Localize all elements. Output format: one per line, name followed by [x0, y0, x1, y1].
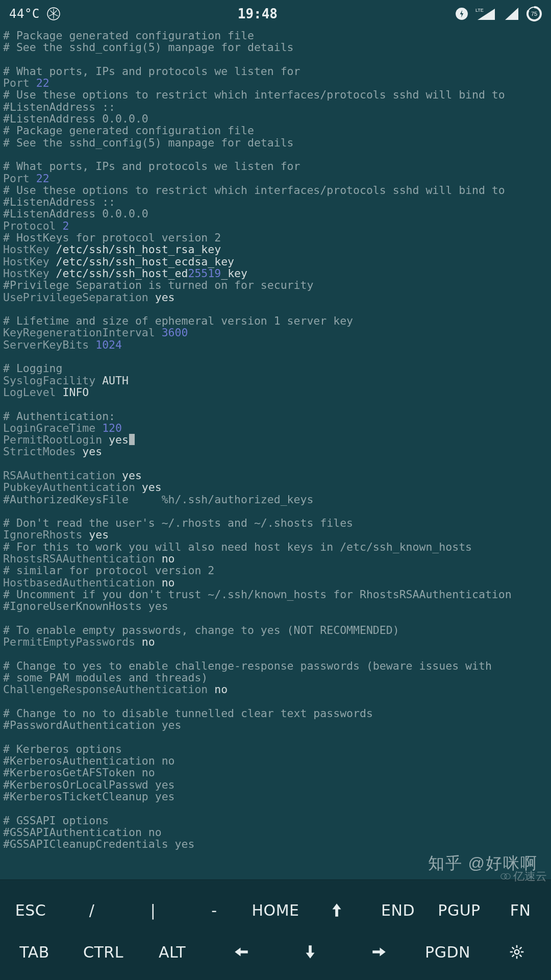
- key-arrow-up[interactable]: [306, 901, 367, 919]
- key-settings[interactable]: [482, 944, 551, 960]
- svg-line-10: [512, 947, 514, 949]
- terminal-line: KeyRegenerationInterval 3600: [3, 327, 548, 338]
- terminal-line: HostKey /etc/ssh/ssh_host_rsa_key: [3, 243, 548, 255]
- signal-lte-icon: LTE: [475, 7, 497, 21]
- svg-point-5: [514, 950, 519, 954]
- terminal-line: #GSSAPICleanupCredentials yes: [3, 838, 548, 850]
- status-left: 44°C: [9, 7, 60, 21]
- terminal-line: # Package generated configuration file: [3, 125, 548, 136]
- svg-line-12: [512, 954, 514, 957]
- extra-keys-row-2: TABCTRLALTPGDN: [0, 931, 551, 973]
- terminal-line: [3, 505, 548, 517]
- terminal-line: # Don't read the user's ~/.rhosts and ~/…: [3, 517, 548, 529]
- terminal-line: PubkeyAuthentication yes: [3, 481, 548, 493]
- terminal-line: [3, 802, 548, 814]
- terminal-line: # What ports, IPs and protocols we liste…: [3, 160, 548, 172]
- key-fn[interactable]: FN: [490, 901, 551, 919]
- terminal-line: [3, 612, 548, 624]
- terminal-line: #ListenAddress ::: [3, 196, 548, 208]
- terminal-line: LoginGraceTime 120: [3, 422, 548, 434]
- terminal-line: ServerKeyBits 1024: [3, 339, 548, 351]
- terminal-line: Port 22: [3, 77, 548, 89]
- key-dash[interactable]: -: [184, 901, 245, 919]
- terminal-line: #KerberosAuthentication no: [3, 755, 548, 767]
- svg-line-11: [519, 954, 521, 957]
- key-arrow-left[interactable]: [207, 943, 276, 961]
- terminal-line: # What ports, IPs and protocols we liste…: [3, 65, 548, 77]
- terminal-line: IgnoreRhosts yes: [3, 529, 548, 541]
- terminal-line: LogLevel INFO: [3, 386, 548, 398]
- terminal-line: # For this to work you will also need ho…: [3, 541, 548, 553]
- key-arrow-down[interactable]: [276, 943, 344, 961]
- terminal-line: PermitRootLogin yes: [3, 434, 548, 446]
- terminal-line: #ListenAddress 0.0.0.0: [3, 113, 548, 125]
- key-pgdn[interactable]: PGDN: [413, 943, 482, 961]
- terminal-line: #KerberosOrLocalPasswd yes: [3, 779, 548, 791]
- terminal-line: [3, 696, 548, 707]
- key-alt[interactable]: ALT: [138, 943, 207, 961]
- key-tab[interactable]: TAB: [0, 943, 69, 961]
- svg-text:75: 75: [531, 11, 537, 17]
- extra-keys-row-1: ESC/|-HOMEENDPGUPFN: [0, 889, 551, 931]
- key-pgup[interactable]: PGUP: [429, 901, 490, 919]
- terminal-line: Protocol 2: [3, 220, 548, 232]
- terminal-line: # GSSAPI options: [3, 815, 548, 826]
- terminal-line: #Privilege Separation is turned on for s…: [3, 279, 548, 291]
- terminal-line: # HostKeys for protocol version 2: [3, 232, 548, 243]
- key-slash[interactable]: /: [61, 901, 122, 919]
- terminal-line: PermitEmptyPasswords no: [3, 636, 548, 648]
- terminal-line: # See the sshd_config(5) manpage for det…: [3, 41, 548, 53]
- terminal-line: #PasswordAuthentication yes: [3, 719, 548, 731]
- terminal-line: #KerberosTicketCleanup yes: [3, 791, 548, 802]
- terminal-line: #ListenAddress 0.0.0.0: [3, 208, 548, 219]
- terminal-line: # similar for protocol version 2: [3, 565, 548, 576]
- terminal-line: RhostsRSAAuthentication no: [3, 553, 548, 565]
- terminal-line: [3, 149, 548, 160]
- terminal-line: # Lifetime and size of ephemeral version…: [3, 315, 548, 327]
- terminal-line: # To enable empty passwords, change to y…: [3, 624, 548, 636]
- terminal-line: # Uncomment if you don't trust ~/.ssh/kn…: [3, 589, 548, 600]
- key-end[interactable]: END: [367, 901, 429, 919]
- terminal-line: [3, 731, 548, 743]
- bolt-icon: [455, 7, 468, 20]
- terminal-line: # some PAM modules and threads): [3, 672, 548, 683]
- terminal-line: # Package generated configuration file: [3, 30, 548, 41]
- terminal-line: [3, 398, 548, 410]
- svg-text:LTE: LTE: [475, 8, 484, 13]
- terminal-line: #AuthorizedKeysFile %h/.ssh/authorized_k…: [3, 494, 548, 505]
- terminal-line: Port 22: [3, 173, 548, 184]
- terminal-line: [3, 351, 548, 362]
- terminal-line: ChallengeResponseAuthentication no: [3, 683, 548, 695]
- clock: 19:48: [60, 6, 455, 21]
- terminal-line: StrictModes yes: [3, 446, 548, 457]
- terminal-line: #GSSAPIAuthentication no: [3, 826, 548, 838]
- status-bar: 44°C 19:48 LTE 75: [0, 0, 551, 28]
- extra-keys-bar: ESC/|-HOMEENDPGUPFN TABCTRLALTPGDN: [0, 879, 551, 980]
- key-ctrl[interactable]: CTRL: [69, 943, 138, 961]
- terminal-line: HostbasedAuthentication no: [3, 577, 548, 589]
- terminal-line: # See the sshd_config(5) manpage for det…: [3, 137, 548, 149]
- terminal-line: [3, 54, 548, 65]
- terminal-line: #KerberosGetAFSToken no: [3, 767, 548, 778]
- terminal-line: HostKey /etc/ssh/ssh_host_ecdsa_key: [3, 256, 548, 267]
- terminal-line: # Logging: [3, 362, 548, 374]
- terminal-output[interactable]: # Package generated configuration file# …: [0, 28, 551, 879]
- terminal-line: SyslogFacility AUTH: [3, 375, 548, 386]
- terminal-line: HostKey /etc/ssh/ssh_host_ed25519_key: [3, 267, 548, 279]
- key-esc[interactable]: ESC: [0, 901, 61, 919]
- terminal-line: [3, 458, 548, 470]
- terminal-line: #IgnoreUserKnownHosts yes: [3, 600, 548, 612]
- terminal-line: # Kerberos options: [3, 743, 548, 755]
- terminal-line: # Use these options to restrict which in…: [3, 89, 548, 101]
- text-cursor: [129, 434, 135, 445]
- terminal-line: #ListenAddress ::: [3, 101, 548, 113]
- key-home[interactable]: HOME: [245, 901, 306, 919]
- terminal-line: [3, 648, 548, 659]
- terminal-line: [3, 303, 548, 315]
- status-right: LTE 75: [455, 6, 542, 21]
- fan-icon: [47, 7, 60, 20]
- terminal-line: # Change to yes to enable challenge-resp…: [3, 660, 548, 672]
- terminal-line: UsePrivilegeSeparation yes: [3, 291, 548, 303]
- key-pipe[interactable]: |: [122, 901, 184, 919]
- key-arrow-right[interactable]: [344, 943, 413, 961]
